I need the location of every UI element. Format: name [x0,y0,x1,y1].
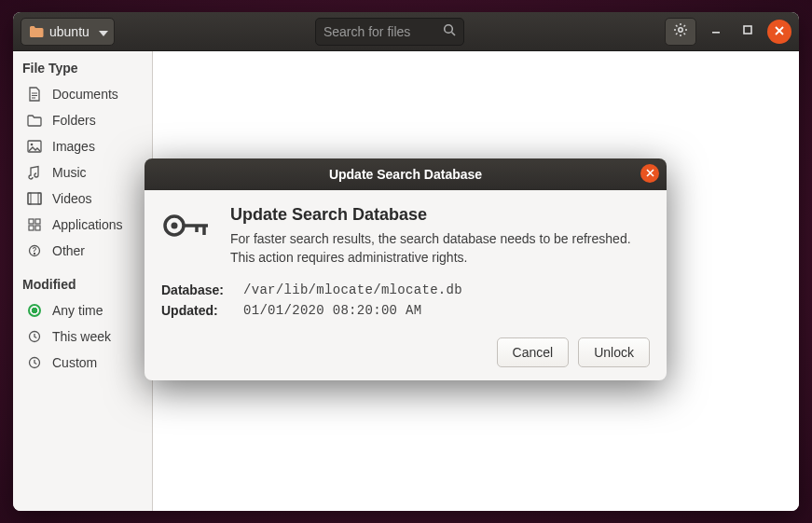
search-input[interactable]: Search for files [315,18,464,46]
updated-value: 01/01/2020 08:20:00 AM [243,303,421,318]
image-icon [26,140,43,153]
search-placeholder: Search for files [323,24,410,39]
minimize-button[interactable] [704,20,728,44]
button-label: Unlock [594,345,634,360]
gear-icon [673,22,688,40]
location-label: ubuntu [49,24,89,39]
svg-rect-15 [28,193,41,204]
cancel-button[interactable]: Cancel [497,337,570,367]
update-database-dialog: Update Search Database Update Search Dat… [145,158,667,380]
sidebar: File Type Documents Folders Images Music… [13,51,153,511]
sidebar-item-label: Applications [52,217,123,232]
svg-rect-18 [29,219,34,224]
sidebar-item-folders[interactable]: Folders [13,107,152,133]
button-label: Cancel [513,345,554,360]
sidebar-item-music[interactable]: Music [13,159,152,186]
maximize-icon [742,24,753,38]
folder-outline-icon [26,114,43,127]
location-button[interactable]: ubuntu [21,18,115,46]
sidebar-item-videos[interactable]: Videos [13,186,152,212]
search-icon [443,23,456,39]
section-modified-header: Modified [13,273,152,297]
minimize-icon [710,24,722,38]
sidebar-item-applications[interactable]: Applications [13,212,152,238]
key-icon [161,207,213,247]
maximize-button[interactable] [736,20,760,44]
clock-icon [26,330,43,343]
music-icon [26,165,43,180]
svg-line-8 [684,34,686,35]
dialog-heading: Update Search Database [230,205,650,225]
sidebar-item-label: Any time [52,303,103,318]
svg-rect-20 [29,226,34,230]
svg-rect-21 [35,226,40,230]
svg-point-26 [172,223,178,229]
svg-line-9 [676,34,678,35]
clock-icon [26,356,43,369]
close-icon [775,24,784,38]
folder-icon [29,25,44,38]
sidebar-item-label: This week [52,329,111,344]
sidebar-item-label: Documents [52,87,118,102]
svg-point-2 [679,28,682,32]
updated-label: Updated: [161,303,236,318]
svg-rect-12 [744,26,751,34]
sidebar-item-label: Custom [52,355,97,370]
sidebar-item-images[interactable]: Images [13,133,152,159]
titlebar: ubuntu Search for files [13,12,799,51]
apps-icon [26,218,43,231]
modified-option-anytime[interactable]: Any time [13,297,152,323]
svg-rect-16 [28,193,31,204]
unlock-button[interactable]: Unlock [578,337,650,367]
svg-rect-17 [38,193,41,204]
sidebar-item-label: Videos [52,191,92,206]
svg-point-14 [31,144,34,146]
close-icon [646,168,654,179]
database-value: /var/lib/mlocate/mlocate.db [243,282,462,297]
dialog-title: Update Search Database [329,167,482,182]
svg-rect-19 [35,219,40,224]
sidebar-item-other[interactable]: Other [13,238,152,264]
other-icon [26,244,43,257]
section-filetype-header: File Type [13,57,152,81]
sidebar-item-label: Folders [52,113,96,128]
radio-icon [26,304,43,317]
dialog-close-button[interactable] [640,164,659,183]
chevron-down-icon [99,24,108,39]
svg-rect-11 [712,32,720,34]
svg-point-0 [445,25,453,34]
modified-option-custom[interactable]: Custom [13,350,152,376]
sidebar-item-documents[interactable]: Documents [13,81,152,107]
document-icon [26,87,43,102]
sidebar-item-label: Images [52,139,95,154]
database-label: Database: [161,282,236,297]
settings-button[interactable] [665,18,696,46]
modified-option-thisweek[interactable]: This week [13,323,152,350]
sidebar-item-label: Music [52,165,87,180]
sidebar-item-label: Other [52,243,85,258]
dialog-message: For faster search results, the search da… [230,230,650,267]
close-button[interactable] [767,20,791,44]
video-icon [26,192,43,205]
svg-line-10 [684,25,686,27]
svg-line-7 [676,25,678,27]
svg-line-1 [451,33,455,36]
dialog-titlebar: Update Search Database [145,158,667,190]
